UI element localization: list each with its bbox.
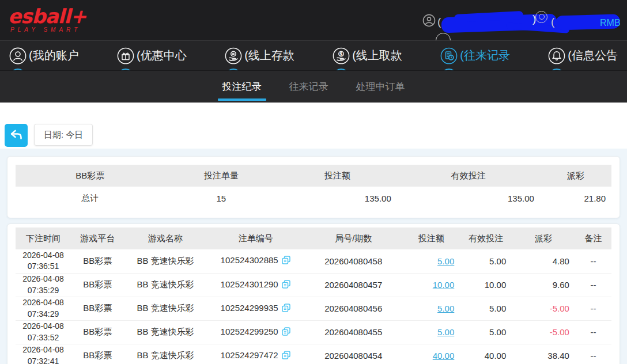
tab-bet-records[interactable]: 投注纪录 [222,71,262,103]
nav-item-my-account[interactable]: (我的账户 [9,41,79,70]
table-row: 2026-04-0807:35:29 BB彩票 BB 竞速快乐彩 1025243… [16,273,611,297]
summary-payout: 21.80 [540,187,611,210]
paren-artifact: ( [437,16,441,28]
bet-amount-link[interactable]: 40.00 [433,351,455,361]
icon-render-artifact [225,69,241,70]
order-number: 102524301290 [207,273,305,297]
bet-amount-link[interactable]: 5.00 [437,327,454,337]
table-row: 2026-04-0807:36:51 BB彩票 BB 竞速快乐彩 1025243… [16,249,611,273]
payout: -5.00 [512,320,575,344]
active-tab-underline [218,98,266,101]
col-header-bet-time: 下注时间 [16,227,71,249]
order-number: 102524297472 [207,344,305,364]
valid-bet: 5.00 [460,297,512,320]
copy-icon[interactable] [281,327,291,338]
balance-refresh-icon[interactable] [535,11,547,23]
payout: 4.80 [512,249,575,273]
summary-card: BB彩票 投注单量 投注额 有效投注 派彩 总计 15 135.00 135.0… [7,156,620,218]
nav-item-announcements[interactable]: (信息公告 [548,41,618,70]
copy-icon[interactable] [281,255,291,267]
remark: -- [575,249,611,273]
deposit-hand-coin-icon [225,47,242,65]
bet-amount-link[interactable]: 10.00 [433,280,455,290]
nav-item-promotions[interactable]: (优惠中心 [117,41,187,70]
tab-label: 处理中订单 [356,80,405,93]
table-row: 2026-04-0807:33:52 BB彩票 BB 竞速快乐彩 1025242… [16,320,611,344]
copy-icon[interactable] [281,303,291,314]
date-filter-label: 日期: 今日 [44,130,83,141]
back-button[interactable] [5,124,28,147]
tab-pending-orders[interactable]: 处理中订单 [356,71,405,103]
platform: BB彩票 [71,297,124,320]
gift-icon [117,47,134,65]
icon-render-artifact [333,69,349,70]
records-tab-bar: 投注纪录 往来记录 处理中订单 [0,70,627,103]
copy-icon[interactable] [281,279,291,291]
bet-records-card: 下注时间 游戏平台 游戏名称 注单编号 局号/期数 投注额 有效投注 派彩 备注… [7,223,620,364]
bet-records-table: 下注时间 游戏平台 游戏名称 注单编号 局号/期数 投注额 有效投注 派彩 备注… [16,227,611,364]
col-header-payout: 派彩 [512,227,575,249]
table-row: 2026-04-0807:32:41 BB彩票 BB 竞速快乐彩 1025242… [16,344,611,364]
round-number: 202604080458 [304,249,402,273]
icon-render-artifact [441,69,457,70]
col-header-round-no: 局号/期数 [304,227,402,249]
nav-item-label: (信息公告 [568,48,618,63]
col-header-platform: 游戏平台 [71,227,124,249]
summary-total-row: 总计 15 135.00 135.00 21.80 [16,187,611,210]
copy-icon[interactable] [281,350,291,362]
payout: 38.40 [512,344,575,364]
tab-transaction-records[interactable]: 往来记录 [289,71,328,103]
remark: -- [575,344,611,364]
remark: -- [575,320,611,344]
nav-item-label: (优惠中心 [137,48,187,63]
game-name: BB 竞速快乐彩 [124,344,207,364]
platform: BB彩票 [71,273,124,297]
icon-render-artifact [118,69,134,70]
nav-item-label: (我的账户 [29,48,79,63]
nav-item-transaction-records[interactable]: (往来记录 [440,41,510,70]
valid-bet: 5.00 [460,320,512,344]
bet-time: 2026-04-0807:36:51 [16,249,71,273]
remark: -- [575,273,611,297]
valid-bet: 5.00 [460,249,512,273]
game-name: BB 竞速快乐彩 [124,249,207,273]
summary-header-valid-bet: 有效投注 [397,165,540,187]
game-name: BB 竞速快乐彩 [124,320,207,344]
paren-artifact: ( [551,16,554,28]
nav-item-online-deposit[interactable]: (线上存款 [225,41,294,70]
order-number: 102524299250 [207,320,305,344]
top-header: esball+ PLAY SMART ( ) ( RMB [0,0,627,40]
round-number: 202604080454 [304,344,402,364]
nav-item-label: (往来记录 [460,48,510,63]
col-header-order-no: 注单编号 [207,227,305,249]
platform: BB彩票 [71,249,124,273]
date-filter-chip[interactable]: 日期: 今日 [34,124,93,146]
bet-amount-link[interactable]: 5.00 [437,256,454,266]
user-icon [9,47,27,65]
logo-tagline: PLAY SMART [8,26,86,33]
summary-header-order-count: 投注单量 [165,165,278,187]
valid-bet: 40.00 [460,344,512,364]
nav-item-online-withdrawal[interactable]: $ (线上取款 [333,41,402,70]
game-name: BB 竞速快乐彩 [124,273,207,297]
user-info-area[interactable]: ( ) ( RMB [420,0,627,40]
tab-label: 投注纪录 [222,80,262,93]
order-number: 102524302885 [207,249,305,273]
back-arrow-icon [9,128,24,143]
col-header-game-name: 游戏名称 [124,227,207,249]
svg-text:$: $ [340,51,343,56]
nav-item-label: (线上取款 [352,48,402,63]
withdraw-hand-coin-icon: $ [333,47,350,65]
bet-amount-link[interactable]: 5.00 [437,304,454,313]
summary-header-platform: BB彩票 [16,165,165,187]
col-header-bet-amount: 投注额 [402,227,460,249]
esball-logo[interactable]: esball+ PLAY SMART [8,5,86,33]
game-name: BB 竞速快乐彩 [124,297,207,320]
tab-label: 往来记录 [289,80,328,93]
bet-time: 2026-04-0807:34:29 [16,297,71,320]
bet-time: 2026-04-0807:33:52 [16,320,71,344]
payout: -5.00 [512,297,575,320]
bell-icon [548,47,565,65]
payout: 9.60 [512,273,575,297]
icon-render-artifact [549,69,565,70]
